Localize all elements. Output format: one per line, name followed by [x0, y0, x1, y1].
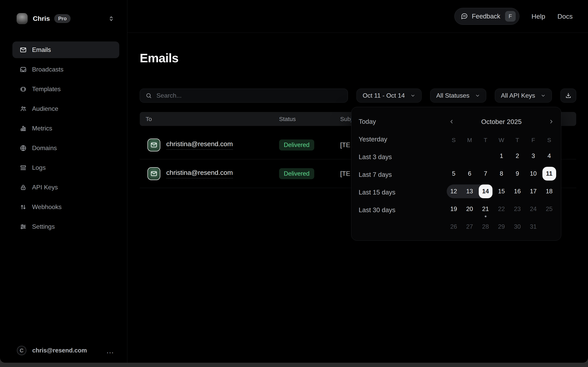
calendar-day-16[interactable]: 16: [509, 183, 525, 200]
sidebar-item-settings[interactable]: Settings: [12, 218, 119, 235]
calendar-day-31[interactable]: 31: [525, 218, 541, 235]
search-box[interactable]: [140, 89, 348, 103]
calendar-day-3[interactable]: 3: [525, 147, 541, 165]
day-number[interactable]: 15: [495, 184, 508, 198]
day-number[interactable]: 17: [527, 184, 540, 198]
calendar-day-24[interactable]: 24: [525, 200, 541, 218]
download-icon: [565, 92, 572, 99]
day-number[interactable]: 25: [542, 202, 556, 216]
day-number[interactable]: 30: [511, 220, 524, 234]
day-number[interactable]: 10: [527, 167, 540, 181]
calendar-day-11[interactable]: 11: [541, 165, 557, 183]
day-number[interactable]: 22: [495, 202, 508, 216]
calendar-day-30[interactable]: 30: [509, 218, 525, 235]
next-month-button[interactable]: [545, 116, 557, 127]
datepicker-preset-last-7-days[interactable]: Last 7 days: [359, 166, 395, 184]
calendar-day-12[interactable]: 12: [446, 183, 462, 200]
sidebar-item-logs[interactable]: Logs: [12, 159, 119, 176]
subject-text: [TE: [340, 141, 350, 149]
help-link[interactable]: Help: [532, 13, 545, 20]
day-number[interactable]: 24: [527, 202, 540, 216]
day-number[interactable]: 8: [495, 167, 508, 181]
sidebar-item-broadcasts[interactable]: Broadcasts: [12, 61, 119, 78]
calendar-day-8[interactable]: 8: [494, 165, 509, 183]
calendar-day-2[interactable]: 2: [509, 147, 525, 165]
day-number[interactable]: 31: [527, 220, 540, 234]
calendar-day-15[interactable]: 15: [494, 183, 509, 200]
search-input[interactable]: [156, 92, 342, 99]
calendar-day-5[interactable]: 5: [446, 165, 462, 183]
datepicker-preset-today[interactable]: Today: [359, 113, 395, 130]
day-number[interactable]: 18: [542, 184, 556, 198]
day-number[interactable]: 20: [463, 202, 477, 216]
day-number[interactable]: 7: [479, 167, 493, 181]
calendar-day-19[interactable]: 19: [446, 200, 462, 218]
day-number[interactable]: 23: [511, 202, 524, 216]
docs-link[interactable]: Docs: [558, 13, 573, 20]
calendar-day-13[interactable]: 13: [462, 183, 478, 200]
calendar-day-14[interactable]: 14: [478, 183, 494, 200]
day-number[interactable]: 2: [511, 149, 524, 163]
calendar-day-28[interactable]: 28: [478, 218, 494, 235]
calendar-day-23[interactable]: 23: [509, 200, 525, 218]
chevrons-up-down-icon[interactable]: [108, 15, 115, 22]
day-number[interactable]: 21: [479, 202, 493, 216]
calendar-day-10[interactable]: 10: [525, 165, 541, 183]
day-number[interactable]: 19: [447, 202, 461, 216]
day-number[interactable]: 4: [542, 149, 556, 163]
day-number[interactable]: 28: [479, 220, 493, 234]
day-number[interactable]: 1: [495, 149, 508, 163]
datepicker-preset-yesterday[interactable]: Yesterday: [359, 130, 395, 148]
calendar-day-27[interactable]: 27: [462, 218, 478, 235]
feedback-button[interactable]: Feedback F: [454, 8, 519, 25]
calendar-day-1[interactable]: 1: [494, 147, 509, 165]
day-number[interactable]: 11: [542, 167, 556, 181]
date-range-value: Oct 11 - Oct 14: [363, 92, 405, 99]
sidebar-item-domains[interactable]: Domains: [12, 140, 119, 156]
calendar-day-22[interactable]: 22: [494, 200, 509, 218]
calendar-day-17[interactable]: 17: [525, 183, 541, 200]
day-number[interactable]: 29: [495, 220, 508, 234]
sidebar-item-emails[interactable]: Emails: [12, 42, 119, 58]
export-button[interactable]: [561, 89, 576, 103]
calendar-day-25[interactable]: 25: [541, 200, 557, 218]
sidebar-item-webhooks[interactable]: Webhooks: [12, 199, 119, 215]
account-menu-icon[interactable]: …: [106, 349, 115, 352]
day-number[interactable]: 5: [447, 167, 461, 181]
day-number[interactable]: 16: [511, 184, 524, 198]
workspace-switcher[interactable]: Chris Pro: [17, 13, 115, 24]
day-number[interactable]: 3: [527, 149, 540, 163]
recipient-email[interactable]: christina@resend.com: [166, 140, 233, 150]
datepicker-preset-last-3-days[interactable]: Last 3 days: [359, 148, 395, 166]
datepicker-preset-last-30-days[interactable]: Last 30 days: [359, 201, 395, 219]
calendar-day-4[interactable]: 4: [541, 147, 557, 165]
day-number[interactable]: 27: [463, 220, 477, 234]
api-keys-dropdown[interactable]: All API Keys: [495, 89, 552, 103]
sidebar-account[interactable]: C chris@resend.com …: [0, 346, 127, 355]
arrows-up-down-icon: [20, 204, 27, 211]
calendar-day-6[interactable]: 6: [462, 165, 478, 183]
day-number[interactable]: 14: [479, 184, 493, 198]
calendar-day-29[interactable]: 29: [494, 218, 509, 235]
status-dropdown[interactable]: All Statuses: [430, 89, 486, 103]
day-number[interactable]: 9: [511, 167, 524, 181]
prev-month-button[interactable]: [446, 116, 457, 127]
sidebar-item-templates[interactable]: Templates: [12, 81, 119, 97]
day-number[interactable]: 6: [463, 167, 477, 181]
date-range-dropdown[interactable]: Oct 11 - Oct 14: [356, 89, 421, 103]
calendar-day-9[interactable]: 9: [509, 165, 525, 183]
datepicker-preset-last-15-days[interactable]: Last 15 days: [359, 184, 395, 201]
day-number[interactable]: 26: [447, 220, 461, 234]
calendar-day-18[interactable]: 18: [541, 183, 557, 200]
calendar-day-26[interactable]: 26: [446, 218, 462, 235]
day-number[interactable]: 12: [447, 184, 461, 198]
calendar-cell-empty: [446, 147, 462, 165]
sidebar-item-api-keys[interactable]: API Keys: [12, 179, 119, 196]
recipient-email[interactable]: christina@resend.com: [166, 169, 233, 178]
sidebar-item-audience[interactable]: Audience: [12, 100, 119, 117]
day-number[interactable]: 13: [463, 184, 477, 198]
calendar-day-7[interactable]: 7: [478, 165, 494, 183]
calendar-day-20[interactable]: 20: [462, 200, 478, 218]
sidebar-item-metrics[interactable]: Metrics: [12, 120, 119, 137]
calendar-day-21[interactable]: 21: [478, 200, 494, 218]
